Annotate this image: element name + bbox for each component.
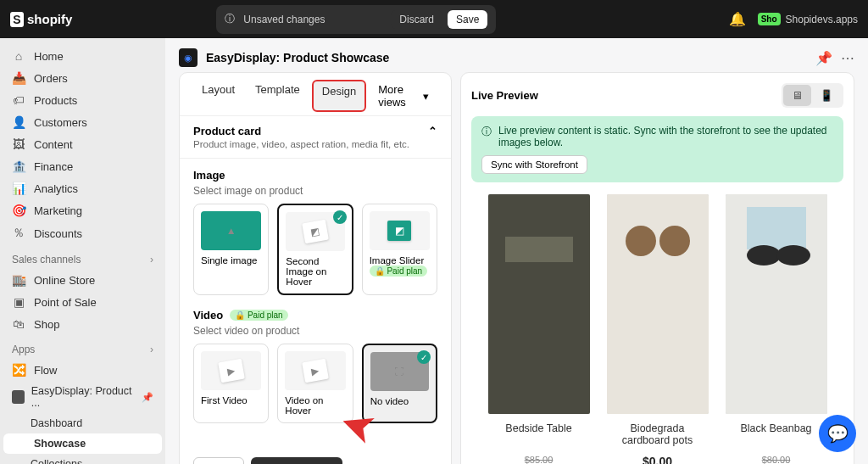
tab-more-views[interactable]: More views▾: [370, 80, 437, 112]
tabs: Layout Template Design More views▾: [180, 73, 451, 116]
product-card-section[interactable]: Product card⌃ Product image, video, aspe…: [180, 116, 451, 159]
option-image-slider[interactable]: ◩ Image Slider 🔒 Paid plan: [362, 204, 437, 295]
check-icon: ✓: [417, 350, 431, 364]
paid-plan-badge: 🔒 Paid plan: [370, 266, 427, 277]
nav-shop[interactable]: 🛍Shop: [0, 313, 165, 335]
preview-panel: Live Preview 🖥 📱 ⓘLive preview content i…: [460, 72, 854, 464]
main: ◉ EasyDisplay: Product Showcase 📌 ⋯ Layo…: [165, 38, 868, 464]
option-first-video[interactable]: ▶ First Video: [193, 344, 269, 423]
video-group-label: Video: [193, 309, 223, 321]
pin-icon[interactable]: 📌: [142, 392, 153, 403]
svg-point-8: [776, 245, 810, 266]
tab-more-label: More views: [378, 83, 420, 109]
mobile-button[interactable]: 📱: [811, 85, 842, 106]
pin-icon[interactable]: 📌: [815, 50, 832, 66]
image-group-label: Image: [193, 169, 437, 182]
nav-content[interactable]: 🖼Content: [0, 133, 165, 155]
more-icon[interactable]: ⋯: [841, 50, 854, 66]
chevron-right-icon[interactable]: ›: [150, 254, 153, 266]
svg-point-7: [747, 245, 781, 266]
save-button[interactable]: Save: [448, 10, 487, 29]
user-name: Shopidevs.apps: [786, 14, 858, 25]
video-group-sub: Select video on product: [193, 325, 437, 337]
customers-icon: 👤: [12, 115, 25, 129]
chevron-down-icon: ▾: [423, 90, 429, 103]
image-group-sub: Select image on product: [193, 185, 437, 197]
product-card[interactable]: Biodegrada cardboard pots $0.00 🛒 Sold o…: [607, 194, 709, 414]
product-card[interactable]: Bedside Table $85.00 $0.00 🛒 Sold out: [488, 194, 590, 414]
product-card[interactable]: Black Beanbag $80.00 $0.00 🛒 Sold out: [726, 194, 827, 414]
go-to-settings-button[interactable]: Go to Settings›: [251, 457, 342, 464]
user-badge: Sho: [758, 13, 781, 25]
sync-alert: ⓘLive preview content is static. Sync wi…: [471, 116, 843, 182]
sales-channels-header: Sales channels›: [0, 245, 165, 269]
nav-products[interactable]: 🏷Products: [0, 89, 165, 111]
nav-pos[interactable]: ▣Point of Sale: [0, 291, 165, 313]
product-old-price: $85.00: [488, 455, 590, 464]
option-no-video[interactable]: ✓ ⛶ No video: [362, 344, 437, 423]
back-button[interactable]: ‹ Back: [193, 457, 244, 464]
nav-dashboard[interactable]: Dashboard: [0, 413, 165, 433]
page-title: EasyDisplay: Product Showcase: [206, 51, 389, 64]
svg-rect-1: [505, 237, 573, 262]
analytics-icon: 📊: [12, 182, 25, 195]
shop-icon: 🛍: [12, 317, 25, 331]
nav-analytics[interactable]: 📊Analytics: [0, 177, 165, 199]
option-single-image[interactable]: ▲ Single image: [193, 204, 269, 295]
svg-rect-0: [488, 194, 590, 414]
product-old-price: $80.00: [726, 455, 827, 464]
svg-point-4: [659, 226, 690, 256]
tab-layout[interactable]: Layout: [193, 80, 243, 112]
products-icon: 🏷: [12, 93, 25, 107]
logo-text: shopify: [27, 12, 72, 26]
alert-text: Live preview content is static. Sync wit…: [498, 125, 833, 148]
shopify-bag-icon: S: [10, 12, 24, 27]
nav-online-store[interactable]: 🏬Online Store: [0, 269, 165, 291]
chevron-right-icon[interactable]: ›: [150, 344, 153, 355]
design-panel: Layout Template Design More views▾ Produ…: [179, 72, 452, 464]
product-title: Black Beanbag: [726, 422, 827, 451]
preview-title: Live Preview: [471, 89, 538, 102]
nav-home[interactable]: ⌂Home: [0, 45, 165, 67]
product-title: Bedside Table: [488, 422, 590, 451]
option-video-hover[interactable]: ▶ Video on Hover: [277, 344, 353, 423]
nav-discounts[interactable]: ％Discounts: [0, 221, 165, 245]
product-image: [488, 194, 590, 414]
nav-finance[interactable]: 🏦Finance: [0, 155, 165, 177]
section-subtitle: Product image, video, aspect ration, med…: [193, 139, 437, 149]
page-header: ◉ EasyDisplay: Product Showcase 📌 ⋯: [179, 43, 854, 72]
chat-bubble-icon[interactable]: 💬: [819, 415, 856, 452]
app-logo-icon: [12, 390, 25, 404]
product-image: [726, 194, 827, 414]
nav-customers[interactable]: 👤Customers: [0, 111, 165, 133]
info-icon: ⓘ: [481, 125, 492, 139]
svg-rect-6: [747, 207, 806, 249]
slider-icon: ◩: [370, 211, 430, 250]
nav-orders[interactable]: 📥Orders: [0, 67, 165, 89]
nav-flow[interactable]: 🔀Flow: [0, 359, 165, 381]
store-icon: 🏬: [12, 273, 25, 287]
svg-rect-2: [607, 194, 709, 414]
nav-showcase[interactable]: Showcase: [3, 433, 162, 454]
sync-button[interactable]: Sync with Storefront: [481, 155, 587, 174]
nav-marketing[interactable]: 🎯Marketing: [0, 199, 165, 221]
layered-video-icon: ▶: [285, 351, 345, 390]
desktop-button[interactable]: 🖥: [783, 85, 811, 106]
tab-design[interactable]: Design: [312, 80, 366, 112]
nav-collections[interactable]: Collections: [0, 454, 165, 464]
discounts-icon: ％: [12, 226, 25, 241]
home-icon: ⌂: [12, 49, 25, 63]
apps-header: Apps›: [0, 335, 165, 359]
discard-button[interactable]: Discard: [391, 10, 442, 29]
shopify-logo[interactable]: S shopify: [10, 12, 72, 27]
nav-easydisplay[interactable]: EasyDisplay: Product ...📌: [0, 381, 165, 413]
finance-icon: 🏦: [12, 159, 25, 173]
section-title: Product card⌃: [193, 125, 437, 137]
option-second-image-hover[interactable]: ✓ ◩ Second Image on Hover: [277, 204, 353, 295]
flow-icon: 🔀: [12, 363, 25, 377]
notifications-icon[interactable]: 🔔: [729, 11, 746, 27]
tab-template[interactable]: Template: [247, 80, 309, 112]
user-menu[interactable]: Sho Shopidevs.apps: [758, 13, 858, 25]
chevron-up-icon: ⌃: [428, 125, 437, 137]
topbar: S shopify ⓘ Unsaved changes Discard Save…: [0, 0, 868, 38]
